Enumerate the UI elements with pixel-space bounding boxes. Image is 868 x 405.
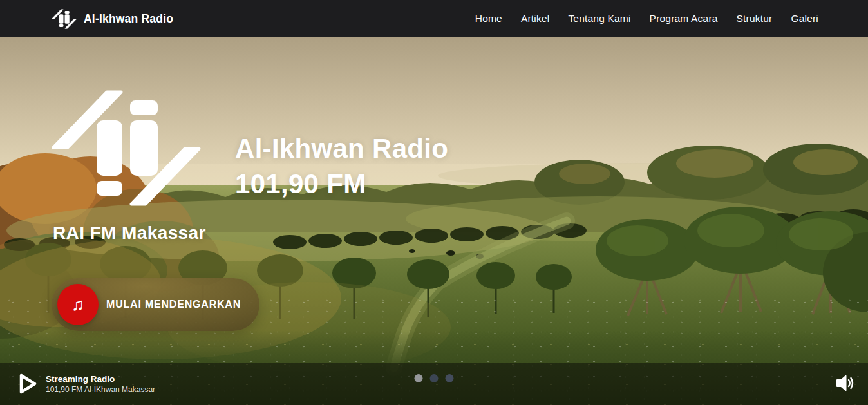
hero-title-line2: 101,90 FM bbox=[235, 166, 448, 202]
page: Al-Ikhwan Radio Home Artikel Tentang Kam… bbox=[0, 0, 868, 405]
carousel-dot-1-active[interactable] bbox=[415, 374, 423, 382]
station-name: RAI FM Makassar bbox=[53, 223, 219, 243]
track-info: Streaming Radio 101,90 FM Al-IKhwan Maka… bbox=[46, 373, 155, 395]
listen-button-label: MULAI MENDENGARKAN bbox=[106, 299, 250, 310]
stream-subtitle: 101,90 FM Al-IKhwan Makassar bbox=[46, 384, 155, 395]
brand-name: Al-Ikhwan Radio bbox=[84, 12, 173, 26]
hero-title-line1: Al-Ikhwan Radio bbox=[235, 131, 448, 166]
volume-button[interactable] bbox=[835, 373, 854, 395]
hero-title: Al-Ikhwan Radio 101,90 FM bbox=[235, 131, 448, 202]
hero-logo-icon bbox=[52, 90, 201, 206]
player-bar: Streaming Radio 101,90 FM Al-IKhwan Maka… bbox=[0, 363, 868, 405]
play-button[interactable] bbox=[18, 373, 37, 395]
music-note-icon: ♫ bbox=[57, 284, 99, 325]
nav-item-struktur[interactable]: Struktur bbox=[737, 13, 773, 24]
stream-title: Streaming Radio bbox=[46, 373, 155, 384]
brand-logo-icon bbox=[52, 9, 77, 29]
hero-section: RAI FM Makassar Al-Ikhwan Radio 101,90 F… bbox=[0, 37, 868, 405]
nav-item-galeri[interactable]: Galeri bbox=[791, 13, 818, 24]
navbar: Al-Ikhwan Radio Home Artikel Tentang Kam… bbox=[0, 0, 868, 37]
nav-item-home[interactable]: Home bbox=[475, 13, 502, 24]
nav-item-program-acara[interactable]: Program Acara bbox=[650, 13, 718, 24]
speaker-icon bbox=[835, 373, 854, 393]
hero-brand: RAI FM Makassar bbox=[52, 90, 219, 243]
player-left: Streaming Radio 101,90 FM Al-IKhwan Maka… bbox=[18, 373, 155, 395]
brand[interactable]: Al-Ikhwan Radio bbox=[52, 9, 173, 29]
carousel-dot-3[interactable] bbox=[446, 374, 454, 382]
nav-item-artikel[interactable]: Artikel bbox=[521, 13, 549, 24]
nav-item-tentang-kami[interactable]: Tentang Kami bbox=[568, 13, 630, 24]
listen-button[interactable]: ♫ MULAI MENDENGARKAN bbox=[52, 278, 259, 331]
play-icon bbox=[18, 373, 37, 395]
main-nav: Home Artikel Tentang Kami Program Acara … bbox=[475, 13, 818, 24]
carousel-dot-2[interactable] bbox=[430, 374, 439, 382]
carousel-dots bbox=[415, 374, 454, 382]
